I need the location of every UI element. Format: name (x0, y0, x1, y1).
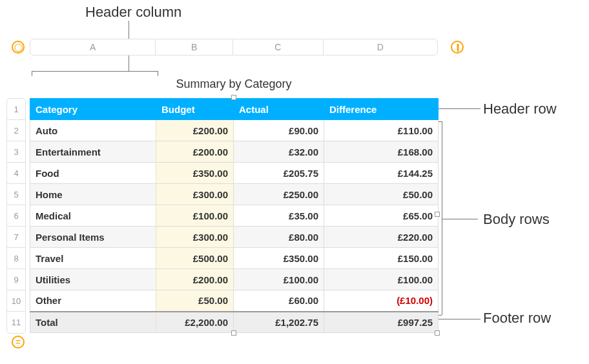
add-column-handle-icon[interactable]: || (451, 41, 464, 54)
row-header-7[interactable]: 7 (7, 227, 25, 248)
summary-table: Category Budget Actual Difference Auto£2… (30, 98, 439, 333)
row-ruler: 1 2 3 4 5 6 7 8 9 10 11 (6, 98, 26, 334)
cell-difference[interactable]: (£10.00) (324, 290, 439, 312)
callout-bracket-body-rows (442, 121, 442, 315)
header-cell-budget[interactable]: Budget (156, 99, 234, 120)
row-header-6[interactable]: 6 (7, 205, 25, 227)
cell-budget[interactable]: £300.00 (156, 184, 234, 205)
cell-difference[interactable]: £50.00 (324, 184, 439, 205)
table-row: Home£300.00£250.00£50.00 (30, 184, 439, 205)
callout-bracket-header-column (32, 71, 158, 72)
selection-handle-icon[interactable] (435, 212, 440, 217)
callout-tick (32, 71, 32, 76)
table-row: Entertainment£200.00£32.00£168.00 (30, 141, 439, 163)
column-ruler: A B C D (30, 39, 438, 56)
footer-cell-category[interactable]: Total (30, 312, 156, 333)
row-header-1[interactable]: 1 (7, 99, 25, 120)
cell-actual[interactable]: £32.00 (234, 141, 324, 163)
callout-tick (158, 71, 158, 76)
cell-difference[interactable]: £110.00 (324, 120, 439, 141)
column-header-B[interactable]: B (156, 39, 233, 55)
table-title[interactable]: Summary by Category (30, 77, 438, 91)
cell-actual[interactable]: £350.00 (234, 248, 324, 269)
cell-category[interactable]: Medical (30, 205, 156, 227)
cell-budget[interactable]: £200.00 (156, 120, 234, 141)
cell-actual[interactable]: £60.00 (234, 290, 324, 312)
cell-actual[interactable]: £250.00 (234, 184, 324, 205)
cell-budget[interactable]: £50.00 (156, 290, 234, 312)
cell-category[interactable]: Utilities (30, 269, 156, 290)
callout-line-header-row (431, 108, 480, 109)
row-header-5[interactable]: 5 (7, 184, 25, 205)
column-header-D[interactable]: D (324, 39, 437, 55)
cell-difference[interactable]: £168.00 (324, 141, 439, 163)
cell-budget[interactable]: £350.00 (156, 163, 234, 184)
header-cell-difference[interactable]: Difference (324, 99, 439, 120)
row-header-3[interactable]: 3 (7, 141, 25, 163)
selection-handle-icon[interactable] (435, 330, 440, 336)
annotation-header-row: Header row (483, 101, 557, 117)
table-footer-row: Total £2,200.00 £1,202.75 £997.25 (30, 312, 439, 333)
row-header-8[interactable]: 8 (7, 248, 25, 269)
cell-category[interactable]: Other (30, 290, 156, 312)
column-header-A[interactable]: A (30, 39, 156, 55)
table-row: Travel£500.00£350.00£150.00 (30, 248, 439, 269)
footer-cell-difference[interactable]: £997.25 (324, 312, 439, 333)
cell-actual[interactable]: £90.00 (234, 120, 324, 141)
cell-difference[interactable]: £65.00 (324, 205, 439, 227)
cell-category[interactable]: Food (30, 163, 156, 184)
header-cell-actual[interactable]: Actual (234, 99, 324, 120)
row-header-4[interactable]: 4 (7, 163, 25, 184)
cell-actual[interactable]: £205.75 (234, 163, 324, 184)
cell-category[interactable]: Travel (30, 248, 156, 269)
row-header-11[interactable]: 11 (7, 312, 25, 333)
table-row: Utilities£200.00£100.00£100.00 (30, 269, 439, 290)
callout-line (442, 219, 478, 219)
cell-category[interactable]: Personal Items (30, 227, 156, 248)
cell-actual[interactable]: £100.00 (234, 269, 324, 290)
cell-budget[interactable]: £500.00 (156, 248, 234, 269)
cell-category[interactable]: Auto (30, 120, 156, 141)
cell-difference[interactable]: £220.00 (324, 227, 439, 248)
table-header-row: Category Budget Actual Difference (30, 99, 439, 120)
footer-cell-actual[interactable]: £1,202.75 (234, 312, 324, 333)
table-handle-top-left-icon[interactable]: ◯ (12, 41, 25, 54)
cell-difference[interactable]: £144.25 (324, 163, 439, 184)
table-row: Auto£200.00£90.00£110.00 (30, 120, 439, 141)
cell-difference[interactable]: £150.00 (324, 248, 439, 269)
cell-actual[interactable]: £80.00 (234, 227, 324, 248)
row-header-10[interactable]: 10 (7, 290, 25, 312)
annotation-footer-row: Footer row (483, 310, 551, 327)
annotation-body-rows: Body rows (483, 211, 550, 228)
cell-budget[interactable]: £100.00 (156, 205, 234, 227)
cell-actual[interactable]: £35.00 (234, 205, 324, 227)
annotation-header-column: Header column (85, 4, 181, 21)
callout-line-footer-row (431, 319, 480, 319)
cell-category[interactable]: Home (30, 184, 156, 205)
cell-budget[interactable]: £200.00 (156, 141, 234, 163)
cell-difference[interactable]: £100.00 (324, 269, 439, 290)
cell-category[interactable]: Entertainment (30, 141, 156, 163)
cell-budget[interactable]: £200.00 (156, 269, 234, 290)
column-header-C[interactable]: C (233, 39, 324, 55)
table-row: Food£350.00£205.75£144.25 (30, 163, 439, 184)
cell-budget[interactable]: £300.00 (156, 227, 234, 248)
table-row: Other£50.00£60.00(£10.00) (30, 290, 439, 312)
selection-handle-icon[interactable] (231, 95, 236, 100)
row-header-2[interactable]: 2 (7, 120, 25, 141)
table-row: Medical£100.00£35.00£65.00 (30, 205, 439, 227)
add-row-handle-icon[interactable]: = (12, 336, 25, 349)
selection-handle-icon[interactable] (231, 330, 236, 336)
table-row: Personal Items£300.00£80.00£220.00 (30, 227, 439, 248)
header-cell-category[interactable]: Category (30, 99, 156, 120)
footer-cell-budget[interactable]: £2,200.00 (156, 312, 234, 333)
row-header-9[interactable]: 9 (7, 269, 25, 290)
